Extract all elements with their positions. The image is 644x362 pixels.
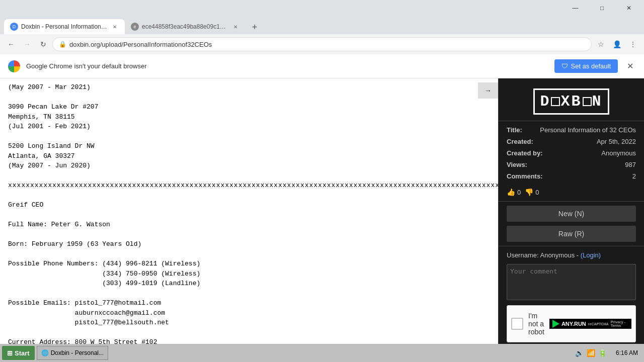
raw-button[interactable]: Raw (R) xyxy=(507,226,636,242)
thumbs-up-button[interactable]: 👍 0 xyxy=(507,188,521,196)
created-by-label: Created by: xyxy=(507,149,543,157)
address-bar: ← → ↻ 🔒 doxbin.org/upload/PersonalInform… xyxy=(0,34,644,54)
views-label: Views: xyxy=(507,161,527,168)
comment-textarea[interactable] xyxy=(507,264,636,300)
views-value: 987 xyxy=(625,161,636,168)
taskbar-chrome-item[interactable]: 🌐 Doxbin - Personal... xyxy=(37,346,108,360)
window-controls: — □ ✕ xyxy=(564,1,640,15)
username-value: Anonymous - xyxy=(540,251,580,259)
default-browser-banner: Google Chrome isn't your default browser… xyxy=(0,54,644,78)
profile-button[interactable]: 👤 xyxy=(610,37,624,51)
toolbar-icons: ☆ 👤 ⋮ xyxy=(594,37,640,51)
title-label: Title: xyxy=(507,126,522,134)
refresh-button[interactable]: ↻ xyxy=(36,37,50,51)
created-by-value: Anonymous xyxy=(601,149,636,157)
thumbs-up-count: 0 xyxy=(517,189,521,196)
menu-button[interactable]: ⋮ xyxy=(626,37,640,51)
recaptcha-branding: reCAPTCHA xyxy=(588,322,609,326)
username-row: Username: Anonymous - (Login) xyxy=(499,248,644,262)
tab-title-1: Doxbin - Personal Information of 32... xyxy=(21,23,108,30)
taskbar-system-icons: 🔊 📶 🔋 xyxy=(572,349,610,357)
chrome-favicon: 🌐 xyxy=(41,349,49,356)
comments-row: Comments: 2 xyxy=(507,171,636,181)
thumbs-down-count: 0 xyxy=(535,189,539,196)
thumbs-down-button[interactable]: 👎 0 xyxy=(525,188,539,196)
main-area: → (May 2007 - Mar 2021) 3090 Pecan Lake … xyxy=(0,78,644,362)
divider-1 xyxy=(499,201,644,202)
minimize-button[interactable]: — xyxy=(564,1,587,15)
play-icon xyxy=(552,320,559,328)
close-button[interactable]: ✕ xyxy=(617,1,640,15)
new-button[interactable]: New (N) xyxy=(507,206,636,222)
divider-2 xyxy=(499,246,644,246)
shield-icon: 🛡 xyxy=(561,62,568,70)
new-tab-button[interactable]: + xyxy=(248,20,262,34)
sidebar-info: Title: Personal Information of 32 CEOs C… xyxy=(499,121,644,185)
doxbin-logo: DXBN xyxy=(533,88,609,115)
tab-1[interactable]: D Doxbin - Personal Information of 32...… xyxy=(4,19,125,34)
views-row: Views: 987 xyxy=(507,160,636,169)
created-by-row: Created by: Anonymous xyxy=(507,148,636,158)
taskbar: ⊞ Start 🌐 Doxbin - Personal... 🔊 📶 🔋 6:1… xyxy=(0,344,644,362)
maximize-button[interactable]: □ xyxy=(591,1,613,15)
recaptcha-area: I'm not a robot ANY.RUN reCAPTCHA Privac… xyxy=(507,305,636,342)
created-row: Created: Apr 5th, 2022 xyxy=(507,137,636,146)
start-button[interactable]: ⊞ Start xyxy=(2,346,35,360)
windows-icon: ⊞ xyxy=(7,349,13,357)
set-default-label: Set as default xyxy=(571,62,611,70)
title-bar: — □ ✕ xyxy=(0,0,644,16)
thumbs-down-icon: 👎 xyxy=(525,188,533,196)
tab-favicon-2: e xyxy=(131,23,139,31)
start-label: Start xyxy=(15,349,30,357)
battery-icon: 🔋 xyxy=(598,349,607,357)
thumbs-up-icon: 👍 xyxy=(507,188,515,196)
taskbar-clock: 6:16 AM xyxy=(612,349,642,356)
lock-icon: 🔒 xyxy=(59,41,66,48)
created-value: Apr 5th, 2022 xyxy=(597,138,636,145)
browser-frame: — □ ✕ D Doxbin - Personal Information of… xyxy=(0,0,644,362)
comments-value: 2 xyxy=(632,172,636,180)
title-value: Personal Information of 32 CEOs xyxy=(540,126,636,134)
recaptcha-checkbox[interactable] xyxy=(511,318,523,330)
banner-close-button[interactable]: ✕ xyxy=(624,60,636,72)
tabs-bar: D Doxbin - Personal Information of 32...… xyxy=(0,16,644,34)
tab-2[interactable]: e ece44858f3eac49ba88e09c1d0cd55... ✕ xyxy=(125,19,246,34)
recaptcha-label: I'm not a robot xyxy=(528,312,544,336)
taskbar-item-label: Doxbin - Personal... xyxy=(51,349,104,356)
reactions-area: 👍 0 👎 0 xyxy=(499,185,644,199)
anyrun-logo: ANY.RUN reCAPTCHA Privacy - Terms xyxy=(549,319,631,329)
recaptcha-privacy: Privacy - Terms xyxy=(611,320,628,327)
sidebar: DXBN Title: Personal Information of 32 C… xyxy=(498,78,644,362)
login-link[interactable]: (Login) xyxy=(581,251,601,259)
banner-text: Google Chrome isn't your default browser xyxy=(26,62,548,70)
clock-time: 6:16 AM xyxy=(616,349,638,356)
anyrun-text: ANY.RUN xyxy=(561,321,586,327)
content-area: → (May 2007 - Mar 2021) 3090 Pecan Lake … xyxy=(0,78,498,362)
forward-button[interactable]: → xyxy=(20,37,34,51)
tab-title-2: ece44858f3eac49ba88e09c1d0cd55... xyxy=(142,23,228,30)
chrome-logo-icon xyxy=(8,60,20,72)
created-label: Created: xyxy=(507,138,533,145)
dox-content: (May 2007 - Mar 2021) 3090 Pecan Lake Dr… xyxy=(0,78,498,362)
url-text: doxbin.org/upload/PersonalInformationof3… xyxy=(69,41,585,48)
speaker-icon: 🔊 xyxy=(575,349,584,357)
url-bar[interactable]: 🔒 doxbin.org/upload/PersonalInformationo… xyxy=(52,37,592,51)
tab-close-2[interactable]: ✕ xyxy=(231,23,239,31)
logo-container: DXBN xyxy=(499,78,644,121)
network-icon: 📶 xyxy=(587,349,595,357)
tab-close-1[interactable]: ✕ xyxy=(111,23,119,31)
set-default-button[interactable]: 🛡 Set as default xyxy=(554,59,618,73)
back-button[interactable]: ← xyxy=(4,37,18,51)
arrow-button[interactable]: → xyxy=(478,82,498,99)
tab-favicon-1: D xyxy=(10,23,18,31)
comments-label: Comments: xyxy=(507,172,543,180)
username-label: Username: xyxy=(507,251,539,259)
title-row: Title: Personal Information of 32 CEOs xyxy=(507,125,636,135)
bookmark-button[interactable]: ☆ xyxy=(594,37,608,51)
